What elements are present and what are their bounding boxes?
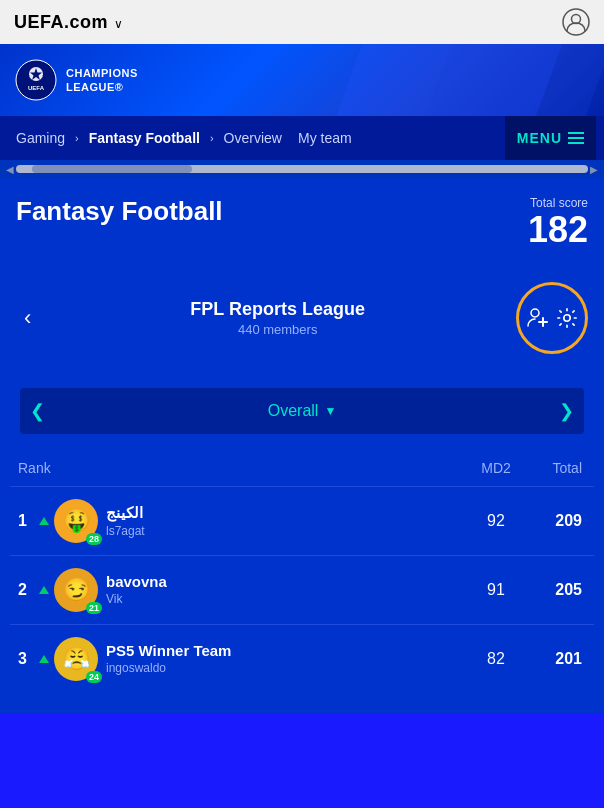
total-value: 201 [526, 650, 586, 668]
total-value: 209 [526, 512, 586, 530]
settings-gear-icon[interactable] [556, 307, 578, 329]
page-title: Fantasy Football [16, 196, 223, 227]
ucl-text: CHAMPIONS LEAGUE® [66, 66, 138, 95]
score-block: Total score 182 [528, 196, 588, 250]
top-bar-right [562, 8, 590, 36]
nav-gaming[interactable]: Gaming [8, 116, 73, 160]
filter-right-arrow[interactable]: ❯ [559, 400, 574, 422]
total-header: Total [526, 460, 586, 476]
uefa-logo[interactable]: UEFA.com ∨ [14, 12, 123, 33]
nav-fantasy-football[interactable]: Fantasy Football [81, 116, 208, 160]
filter-dropdown-icon: ▼ [324, 404, 336, 418]
player-avatar: 🤑 28 [54, 499, 98, 543]
ucl-logo: UEFA CHAMPIONS LEAGUE® [14, 58, 138, 102]
md2-value: 92 [466, 512, 526, 530]
ucl-emblem-icon: UEFA [14, 58, 58, 102]
leaderboard-table: Rank MD2 Total 1 🤑 28 الكينج ls7agat 92 … [0, 450, 604, 713]
rank-up-arrow [39, 517, 54, 525]
league-prev-arrow[interactable]: ‹ [16, 301, 39, 335]
league-icon-circle[interactable] [516, 282, 588, 354]
logo-dropdown-icon[interactable]: ∨ [114, 17, 124, 31]
league-section: ‹ FPL Reports League 440 members [0, 268, 604, 372]
score-label: Total score [528, 196, 588, 210]
filter-row: ❮ Overall ▼ ❯ [20, 388, 584, 434]
nav-chevron-2: › [210, 132, 214, 144]
nav-bar: Gaming › Fantasy Football › Overview My … [0, 116, 604, 160]
username: ls7agat [106, 524, 466, 538]
scroll-right-arrow[interactable]: ▶ [588, 164, 600, 175]
nav-my-team[interactable]: My team [290, 116, 360, 160]
nav-menu-button[interactable]: MENU [505, 116, 596, 160]
total-value: 205 [526, 581, 586, 599]
hamburger-icon [568, 132, 584, 144]
username: Vik [106, 592, 466, 606]
player-names: الكينج ls7agat [106, 504, 466, 538]
team-name: bavovna [106, 573, 466, 590]
svg-point-6 [531, 309, 539, 317]
avatar-badge: 24 [86, 671, 102, 683]
nav-overview[interactable]: Overview [216, 116, 290, 160]
top-bar: UEFA.com ∨ [0, 0, 604, 44]
row-rank: 3 [18, 650, 54, 668]
team-name: الكينج [106, 504, 466, 522]
scrollbar-track[interactable] [16, 165, 588, 173]
username: ingoswaldo [106, 661, 466, 675]
champions-league-banner: UEFA CHAMPIONS LEAGUE® [0, 44, 604, 116]
table-header: Rank MD2 Total [10, 450, 594, 486]
nav-chevron-1: › [75, 132, 79, 144]
svg-point-9 [564, 314, 570, 320]
scroll-left-arrow[interactable]: ◀ [4, 164, 16, 175]
table-row: 3 😤 24 PS5 Winner Team ingoswaldo 82 201 [10, 624, 594, 693]
rank-header: Rank [18, 460, 54, 476]
player-avatar: 😤 24 [54, 637, 98, 681]
league-name: FPL Reports League [39, 299, 516, 320]
filter-left-arrow[interactable]: ❮ [30, 400, 45, 422]
team-name: PS5 Winner Team [106, 642, 466, 659]
league-info: FPL Reports League 440 members [39, 299, 516, 337]
avatar-badge: 28 [86, 533, 102, 545]
player-names: PS5 Winner Team ingoswaldo [106, 642, 466, 675]
md2-value: 82 [466, 650, 526, 668]
table-row: 1 🤑 28 الكينج ls7agat 92 209 [10, 486, 594, 555]
score-value: 182 [528, 210, 588, 250]
rank-up-arrow [39, 655, 54, 663]
rank-up-arrow [39, 586, 54, 594]
account-icon[interactable] [562, 8, 590, 36]
md2-header: MD2 [466, 460, 526, 476]
filter-label[interactable]: Overall ▼ [268, 402, 337, 420]
league-members: 440 members [39, 322, 516, 337]
player-names: bavovna Vik [106, 573, 466, 606]
nav-links: Gaming › Fantasy Football › Overview My … [8, 116, 505, 160]
table-row: 2 😏 21 bavovna Vik 91 205 [10, 555, 594, 624]
player-avatar: 😏 21 [54, 568, 98, 612]
svg-text:UEFA: UEFA [28, 85, 45, 91]
add-member-icon[interactable] [526, 306, 550, 330]
row-rank: 1 [18, 512, 54, 530]
scrollbar-thumb[interactable] [32, 165, 192, 173]
svg-point-1 [572, 15, 581, 24]
row-rank: 2 [18, 581, 54, 599]
md2-value: 91 [466, 581, 526, 599]
horizontal-scrollbar[interactable]: ◀ ▶ [0, 160, 604, 178]
ff-header: Fantasy Football Total score 182 [0, 178, 604, 268]
avatar-badge: 21 [86, 602, 102, 614]
